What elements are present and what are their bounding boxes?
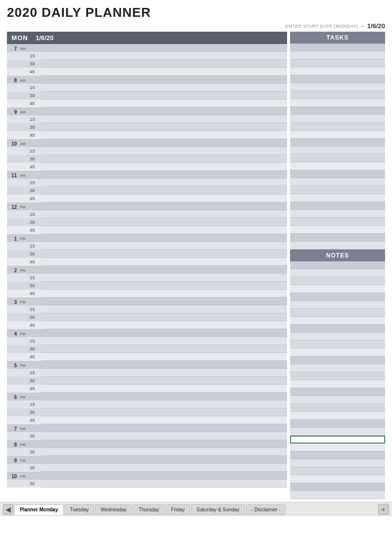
time-row[interactable]: :45: [7, 163, 287, 171]
time-row[interactable]: :45: [7, 99, 287, 107]
time-row[interactable]: :30: [7, 448, 287, 456]
time-cell[interactable]: [42, 440, 287, 448]
time-row[interactable]: :30: [7, 250, 287, 258]
time-cell[interactable]: [42, 195, 287, 202]
time-cell[interactable]: [42, 60, 287, 68]
time-cell[interactable]: [42, 258, 287, 266]
tab-prev-arrow[interactable]: ◀: [3, 504, 13, 515]
note-row[interactable]: [290, 475, 385, 483]
note-row[interactable]: [290, 356, 385, 364]
time-row[interactable]: 12PM: [7, 202, 287, 210]
note-row[interactable]: [290, 467, 385, 475]
note-row[interactable]: [290, 317, 385, 325]
task-row[interactable]: [290, 194, 385, 202]
time-cell[interactable]: [42, 408, 287, 416]
time-row[interactable]: 6PM: [7, 393, 287, 400]
time-cell[interactable]: [42, 68, 287, 76]
time-cell[interactable]: [42, 44, 287, 52]
tab-planner-monday[interactable]: Planner Monday: [14, 504, 63, 515]
time-row[interactable]: :15: [7, 305, 287, 313]
task-row[interactable]: [290, 226, 385, 234]
tab-friday[interactable]: Friday: [166, 504, 191, 515]
time-row[interactable]: :45: [7, 226, 287, 234]
time-cell[interactable]: [42, 92, 287, 99]
note-row[interactable]: [290, 301, 385, 309]
task-row[interactable]: [290, 99, 385, 107]
tab-tuesday[interactable]: Tuesday: [64, 504, 94, 515]
time-row[interactable]: :30: [7, 155, 287, 163]
time-row[interactable]: :15: [7, 84, 287, 92]
time-cell[interactable]: [42, 131, 287, 139]
note-row[interactable]: [290, 285, 385, 293]
time-cell[interactable]: [42, 218, 287, 226]
note-row[interactable]: [290, 261, 385, 269]
time-cell[interactable]: [42, 480, 287, 488]
task-row[interactable]: [290, 242, 385, 249]
time-cell[interactable]: [42, 171, 287, 179]
time-row[interactable]: :45: [7, 68, 287, 76]
time-cell[interactable]: [42, 99, 287, 107]
time-cell[interactable]: [42, 337, 287, 345]
note-row[interactable]: [290, 333, 385, 341]
time-row[interactable]: 8PM: [7, 440, 287, 448]
time-row[interactable]: :15: [7, 179, 287, 187]
time-cell[interactable]: [42, 400, 287, 408]
time-cell[interactable]: [42, 377, 287, 385]
time-cell[interactable]: [42, 274, 287, 282]
time-cell[interactable]: [42, 369, 287, 377]
time-cell[interactable]: [42, 305, 287, 313]
time-row[interactable]: :30: [7, 60, 287, 68]
tab---disclaimer--[interactable]: - Disclaimer -: [246, 504, 286, 515]
time-row[interactable]: :30: [7, 218, 287, 226]
time-cell[interactable]: [42, 464, 287, 472]
time-cell[interactable]: [42, 329, 287, 337]
time-row[interactable]: :45: [7, 258, 287, 266]
task-row[interactable]: [290, 107, 385, 115]
task-row[interactable]: [290, 202, 385, 210]
time-row[interactable]: :15: [7, 52, 287, 60]
time-cell[interactable]: [42, 179, 287, 187]
time-cell[interactable]: [42, 472, 287, 480]
tab-thursday[interactable]: Thursday: [133, 504, 165, 515]
note-row[interactable]: [290, 483, 385, 491]
time-cell[interactable]: [42, 456, 287, 464]
time-row[interactable]: :15: [7, 147, 287, 155]
note-row[interactable]: [290, 325, 385, 333]
time-cell[interactable]: [42, 313, 287, 321]
time-cell[interactable]: [42, 187, 287, 195]
time-row[interactable]: 7AM: [7, 44, 287, 52]
task-row[interactable]: [290, 154, 385, 162]
note-row[interactable]: [290, 341, 385, 348]
time-cell[interactable]: [42, 432, 287, 440]
task-row[interactable]: [290, 91, 385, 99]
time-row[interactable]: :45: [7, 131, 287, 139]
task-row[interactable]: [290, 147, 385, 154]
task-row[interactable]: [290, 186, 385, 194]
task-row[interactable]: [290, 123, 385, 131]
task-row[interactable]: [290, 139, 385, 147]
time-row[interactable]: :15: [7, 369, 287, 377]
time-row[interactable]: :30: [7, 123, 287, 131]
time-row[interactable]: 9AM: [7, 107, 287, 115]
task-row[interactable]: [290, 115, 385, 123]
time-cell[interactable]: [42, 155, 287, 163]
time-row[interactable]: 2PM: [7, 266, 287, 274]
time-cell[interactable]: [42, 353, 287, 361]
time-cell[interactable]: [42, 210, 287, 218]
time-cell[interactable]: [42, 163, 287, 171]
task-row[interactable]: [290, 234, 385, 242]
note-row[interactable]: [290, 388, 385, 396]
time-cell[interactable]: [42, 115, 287, 123]
note-row[interactable]: [290, 428, 385, 436]
note-row[interactable]: [290, 348, 385, 356]
task-row[interactable]: [290, 67, 385, 75]
note-row[interactable]: [290, 293, 385, 301]
time-cell[interactable]: [42, 250, 287, 258]
time-row[interactable]: :15: [7, 337, 287, 345]
time-row[interactable]: :45: [7, 290, 287, 298]
time-row[interactable]: :30: [7, 377, 287, 385]
time-row[interactable]: :45: [7, 416, 287, 424]
time-row[interactable]: 7PM: [7, 424, 287, 432]
note-row[interactable]: [290, 412, 385, 420]
note-row[interactable]: [290, 459, 385, 467]
